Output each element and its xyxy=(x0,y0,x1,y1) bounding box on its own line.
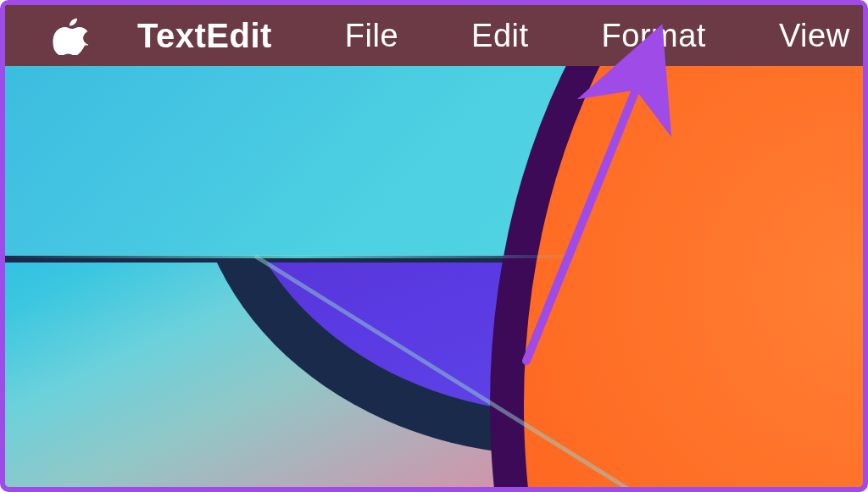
menu-edit[interactable]: Edit xyxy=(471,18,528,54)
svg-line-0 xyxy=(526,71,643,361)
menu-file[interactable]: File xyxy=(345,18,398,54)
menu-format[interactable]: Format xyxy=(602,18,706,54)
annotated-frame: TextEdit File Edit Format View xyxy=(0,0,868,492)
menu-app-name[interactable]: TextEdit xyxy=(137,17,272,55)
menu-bar: TextEdit File Edit Format View xyxy=(5,5,863,66)
desktop-wallpaper xyxy=(5,66,863,487)
wallpaper-topleft-panel xyxy=(5,66,581,256)
apple-menu-icon[interactable] xyxy=(51,16,90,55)
annotation-arrow xyxy=(501,56,670,395)
menu-view[interactable]: View xyxy=(779,18,850,54)
